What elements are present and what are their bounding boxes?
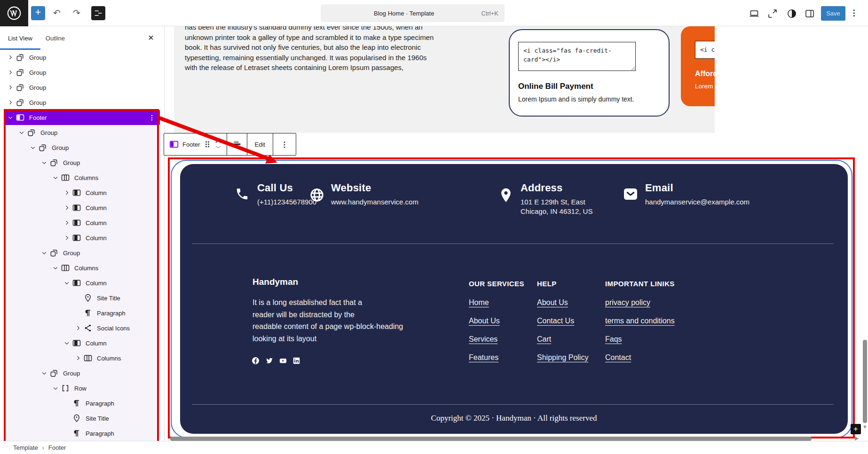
footer-contact-address[interactable]: Address101 E 129th St, East Chicago, IN …: [498, 182, 611, 216]
list-view-item-site-title[interactable]: Site Title: [5, 411, 160, 426]
options-menu-icon[interactable]: ⋮: [848, 8, 860, 19]
footer-description[interactable]: It is a long established fact that a rea…: [253, 297, 403, 344]
zoom-out-icon[interactable]: [767, 8, 778, 19]
list-view-item-column[interactable]: Column: [5, 230, 160, 245]
footer-link[interactable]: Services: [469, 335, 524, 344]
horizontal-scrollbar[interactable]: [170, 437, 812, 441]
chevron-right-icon[interactable]: [62, 218, 71, 227]
list-view-item-group[interactable]: Group: [5, 125, 160, 140]
list-view-item-column[interactable]: Column: [5, 336, 160, 351]
footer-link[interactable]: Cart: [537, 335, 588, 344]
footer-link[interactable]: About Us: [537, 298, 588, 307]
chevron-down-icon[interactable]: [39, 368, 49, 378]
align-icon[interactable]: [232, 139, 242, 149]
chevron-right-icon[interactable]: [62, 233, 71, 243]
chevron-down-icon[interactable]: [62, 278, 71, 288]
tab-list-view[interactable]: List View: [8, 35, 32, 42]
edit-button[interactable]: Edit: [252, 141, 268, 148]
tab-outline[interactable]: Outline: [46, 35, 65, 42]
footer-link[interactable]: terms and conditions: [605, 317, 675, 325]
breadcrumb-template[interactable]: Template: [13, 444, 38, 451]
options-icon[interactable]: ⋮: [149, 114, 155, 121]
site-title[interactable]: Handyman: [253, 277, 298, 287]
chevron-down-icon[interactable]: [6, 113, 15, 122]
list-view-item-footer[interactable]: Footer⋮: [5, 110, 160, 125]
list-view-item-group[interactable]: Group: [5, 155, 160, 170]
scroll-down-arrow-icon[interactable]: ▼: [862, 424, 868, 430]
list-view-item-column[interactable]: Column: [5, 215, 160, 230]
list-view-item-column[interactable]: Column: [5, 200, 160, 215]
chevron-right-icon[interactable]: [6, 53, 15, 62]
footer-block-icon[interactable]: [169, 139, 179, 149]
move-down-icon[interactable]: [215, 144, 221, 149]
move-up-icon[interactable]: [215, 139, 221, 144]
list-view-item-group[interactable]: Group: [5, 80, 160, 95]
wordpress-logo-icon[interactable]: [0, 0, 28, 26]
list-view-item-columns[interactable]: Columns: [5, 351, 160, 366]
list-view-item-column[interactable]: Column: [5, 185, 160, 200]
chevron-right-icon[interactable]: [73, 353, 83, 363]
linkedin-icon[interactable]: [292, 357, 300, 365]
chevron-down-icon[interactable]: [28, 143, 38, 152]
list-view-toggle-button[interactable]: [91, 6, 105, 20]
chevron-down-icon[interactable]: [17, 128, 26, 137]
block-options-icon[interactable]: ⋮: [278, 140, 291, 149]
footer-contact-website[interactable]: Websitewww.handymanservice.com: [309, 182, 396, 207]
chevron-down-icon[interactable]: [51, 263, 60, 273]
list-view-item-row[interactable]: Row: [5, 381, 160, 396]
footer-link[interactable]: Faqs: [605, 335, 675, 344]
add-block-button[interactable]: +: [851, 424, 861, 434]
footer-contact-call-us[interactable]: Call Us(+11)12345678900: [235, 182, 316, 207]
chevron-right-icon[interactable]: [62, 203, 71, 212]
list-view-item-column[interactable]: Column: [5, 275, 160, 290]
vertical-scrollbar[interactable]: [863, 340, 867, 423]
list-view-item-social-icons[interactable]: Social Icons: [5, 321, 160, 336]
chevron-down-icon[interactable]: [39, 248, 49, 258]
chevron-down-icon[interactable]: [51, 384, 60, 393]
footer-link[interactable]: Home: [469, 298, 524, 307]
list-view-item-columns[interactable]: Columns: [5, 260, 160, 275]
list-view-item-paragraph[interactable]: Paragraph: [5, 305, 160, 321]
chevron-right-icon[interactable]: [73, 323, 83, 333]
service-card-bill-payment[interactable]: <i class="fas fa-credit-card"></i> Onlin…: [509, 29, 670, 117]
footer-link[interactable]: Contact: [605, 353, 675, 362]
block-inserter-button[interactable]: +: [31, 6, 45, 20]
save-button[interactable]: Save: [821, 6, 845, 21]
chevron-right-icon[interactable]: [6, 68, 15, 77]
list-view-item-group[interactable]: Group: [5, 140, 160, 155]
breadcrumb-footer[interactable]: Footer: [48, 444, 66, 451]
footer-contact-email[interactable]: Emailhandymanservice@example.com: [623, 182, 717, 207]
document-title-bar[interactable]: Blog Home · Template Ctrl+K: [321, 4, 505, 22]
chevron-down-icon[interactable]: [39, 158, 49, 167]
chevron-right-icon[interactable]: [6, 83, 15, 92]
footer-link[interactable]: Features: [469, 353, 524, 362]
list-view-item-site-title[interactable]: Site Title: [5, 290, 160, 305]
footer-template-part[interactable]: Call Us(+11)12345678900Websitewww.handym…: [180, 164, 848, 434]
styles-icon[interactable]: [786, 8, 797, 19]
list-view-item-group[interactable]: Group: [5, 245, 160, 260]
footer-link[interactable]: Shipping Policy: [537, 353, 588, 362]
chevron-right-icon[interactable]: [62, 188, 71, 197]
footer-link[interactable]: About Us: [469, 317, 524, 325]
redo-button[interactable]: ↷: [71, 7, 83, 19]
close-icon[interactable]: ✕: [145, 32, 157, 44]
list-view-item-group[interactable]: Group: [5, 366, 160, 381]
chevron-down-icon[interactable]: [62, 338, 71, 348]
list-view-item-group[interactable]: Group: [5, 65, 160, 80]
chevron-down-icon[interactable]: [51, 173, 60, 182]
list-view-item-columns[interactable]: Columns: [5, 170, 160, 185]
scroll-right-arrow-icon[interactable]: ▶: [855, 435, 859, 441]
list-view-item-paragraph[interactable]: Paragraph: [5, 396, 160, 411]
intro-paragraph[interactable]: has been the industry's standard dummy t…: [185, 26, 441, 73]
list-view-item-group[interactable]: Group: [5, 50, 160, 65]
device-preview-icon[interactable]: [749, 8, 760, 19]
list-view-item-paragraph[interactable]: Paragraph: [5, 426, 160, 441]
facebook-icon[interactable]: [252, 357, 260, 365]
undo-button[interactable]: ↶: [51, 7, 63, 19]
footer-link[interactable]: privacy policy: [605, 298, 675, 307]
chevron-right-icon[interactable]: [6, 98, 15, 107]
twitter-icon[interactable]: [265, 357, 273, 365]
icon-code-textarea[interactable]: <i class="fas fa-credit-card"></i>: [518, 42, 636, 71]
icon-code-textarea[interactable]: <i class="fas fa-tag"></i>: [695, 41, 715, 59]
footer-link[interactable]: Contact Us: [537, 317, 588, 325]
